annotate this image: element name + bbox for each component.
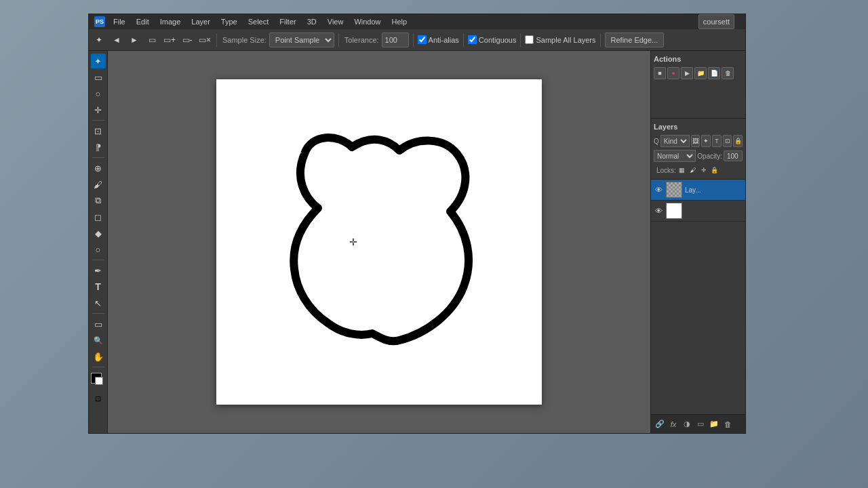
gradient-tool[interactable]: ◆ (91, 226, 106, 241)
refine-edge-button[interactable]: Refine Edge... (605, 33, 665, 47)
arrow-left-icon[interactable]: ◄ (109, 33, 124, 47)
locks-label: Locks: (656, 167, 676, 174)
menu-view[interactable]: View (323, 16, 348, 27)
filter-icon-1[interactable]: 🖼 (691, 135, 701, 147)
hand-tool[interactable]: ✋ (91, 349, 106, 364)
opacity-input[interactable] (724, 150, 743, 161)
layers-blend-select[interactable]: Normal (654, 150, 696, 162)
clone-tool[interactable]: ⧉ (91, 193, 106, 208)
intersect-sel-icon[interactable]: ▭× (197, 33, 212, 47)
layer-item[interactable]: 👁 (651, 201, 745, 222)
new-group-btn[interactable]: 📁 (708, 418, 720, 430)
menu-layer[interactable]: Layer (187, 16, 214, 27)
actions-new-btn[interactable]: 📄 (708, 67, 720, 79)
menu-3d[interactable]: 3D (303, 16, 321, 27)
magic-wand-icon-small[interactable]: ✦ (92, 33, 106, 47)
path-select-tool[interactable]: ↖ (91, 296, 106, 310)
actions-play-btn[interactable]: ▶ (681, 67, 693, 79)
sep3 (413, 33, 414, 47)
magic-wand-tool[interactable]: ✦ (91, 54, 106, 68)
zoom-tool[interactable]: 🔍 (91, 333, 106, 348)
layer-thumbnail (666, 203, 682, 219)
subtract-sel-icon[interactable]: ▭- (180, 33, 195, 47)
tool-sep1 (92, 120, 104, 121)
sample-size-select[interactable]: Point Sample (269, 33, 334, 47)
link-layers-btn[interactable]: 🔗 (654, 418, 666, 430)
canvas-area[interactable]: ✛ (108, 51, 650, 433)
menu-file[interactable]: File (109, 16, 130, 27)
filter-icon-4[interactable]: ⊡ (723, 135, 732, 147)
layers-panel-title: Layers (654, 121, 743, 132)
layer-thumbnail (666, 182, 682, 198)
layers-opacity-group: Opacity: (697, 150, 743, 161)
text-tool[interactable]: T (91, 279, 106, 294)
options-toolbar: ✦ ◄ ► ▭ ▭+ ▭- ▭× Sample Size: Point Samp… (89, 29, 745, 51)
layer-thumb-pattern (667, 182, 682, 197)
contiguous-checkbox[interactable] (468, 35, 477, 44)
filter-icon-5[interactable]: 🔒 (733, 135, 743, 147)
tool-sep2 (92, 157, 104, 158)
new-sel-icon[interactable]: ▭ (144, 33, 159, 47)
contiguous-label: Contiguous (479, 36, 517, 44)
marquee-tool[interactable]: ▭ (91, 70, 106, 85)
sample-all-group: Sample All Layers (525, 35, 595, 44)
menu-help[interactable]: Help (388, 16, 412, 27)
lock-all-btn[interactable]: 🔒 (710, 165, 719, 175)
layers-filter-select[interactable]: Kind (660, 135, 690, 147)
actions-delete-btn[interactable]: 🗑 (722, 67, 734, 79)
actions-stop-btn[interactable]: ■ (654, 67, 666, 79)
layers-locks-row: Locks: ▦ 🖌 ✛ 🔒 (654, 164, 743, 176)
lock-paint-btn[interactable]: 🖌 (688, 165, 698, 175)
workspace-label-container: coursett (698, 14, 740, 29)
new-adjustment-btn[interactable]: ◑ (681, 418, 693, 430)
foreground-color[interactable] (91, 373, 106, 388)
lock-transparent-btn[interactable]: ▦ (677, 165, 687, 175)
menu-edit[interactable]: Edit (132, 16, 153, 27)
menu-select[interactable]: Select (244, 16, 273, 27)
layer-visibility-icon[interactable]: 👁 (654, 185, 663, 195)
menu-type[interactable]: Type (217, 16, 241, 27)
actions-panel-header: Actions (654, 54, 743, 64)
dodge-tool[interactable]: ○ (91, 242, 106, 257)
layer-item[interactable]: 👁 Lay... (651, 180, 745, 201)
layer-visibility-icon[interactable]: 👁 (654, 206, 663, 216)
lock-move-btn[interactable]: ✛ (699, 165, 709, 175)
move-tool[interactable]: ✛ (91, 102, 106, 117)
right-panel: Actions ■ ● ▶ 📁 📄 🗑 Layers Q (650, 51, 745, 433)
tolerance-input[interactable] (382, 33, 409, 47)
sample-all-checkbox[interactable] (525, 35, 534, 44)
new-mask-btn[interactable]: ▭ (694, 418, 707, 430)
tool-sep4 (92, 313, 104, 314)
filter-icon-2[interactable]: ✦ (701, 135, 711, 147)
sep6 (600, 33, 601, 47)
filter-label: Q (654, 138, 659, 145)
arrow-right-icon[interactable]: ► (127, 33, 142, 47)
actions-toolbar: ■ ● ▶ 📁 📄 🗑 (654, 67, 743, 79)
lasso-tool[interactable]: ○ (91, 86, 106, 101)
menu-window[interactable]: Window (350, 16, 384, 27)
filter-icon-3[interactable]: T (712, 135, 722, 147)
actions-new-set-btn[interactable]: 📁 (694, 67, 707, 79)
fx-btn[interactable]: fx (667, 418, 679, 430)
eyedropper-tool[interactable]: ⁋ (91, 140, 106, 155)
crop-tool[interactable]: ⊡ (91, 123, 106, 138)
anti-alias-checkbox[interactable] (418, 35, 427, 44)
default-colors-icon[interactable]: ⊡ (95, 394, 101, 403)
anti-alias-group: Anti-alias (418, 35, 459, 44)
sample-size-label: Sample Size: (222, 36, 267, 44)
eraser-tool[interactable]: ◻ (91, 209, 106, 224)
ps-canvas: ✛ (216, 79, 542, 405)
menu-filter[interactable]: Filter (275, 16, 300, 27)
actions-record-btn[interactable]: ● (667, 67, 679, 79)
pen-tool[interactable]: ✒ (91, 263, 106, 278)
contiguous-group: Contiguous (468, 35, 517, 44)
heal-tool[interactable]: ⊕ (91, 161, 106, 176)
workspace-label[interactable]: coursett (698, 14, 734, 29)
canvas-drawing (216, 79, 542, 405)
shape-tool[interactable]: ▭ (91, 317, 106, 331)
menu-image[interactable]: Image (156, 16, 185, 27)
layers-list: 👁 Lay... 👁 (651, 180, 745, 414)
add-sel-icon[interactable]: ▭+ (162, 33, 177, 47)
delete-layer-btn[interactable]: 🗑 (722, 418, 734, 430)
brush-tool[interactable]: 🖌 (91, 177, 106, 192)
